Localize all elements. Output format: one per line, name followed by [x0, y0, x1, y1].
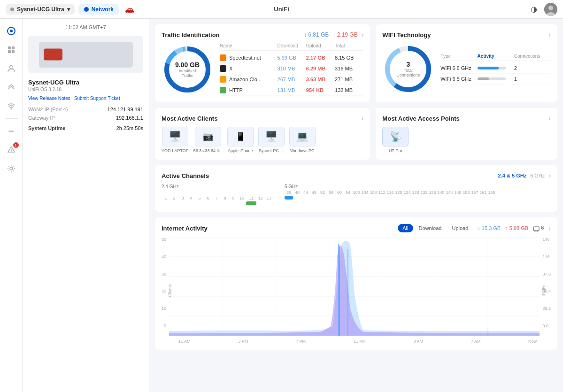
- freq-24-ticks: 1 2 3 4 5 6 7 8 9 10 11 12 13: [162, 196, 273, 200]
- svg-point-13: [11, 151, 12, 152]
- y-axis-right-label: Mbps: [541, 285, 546, 295]
- release-notes-link[interactable]: View Release Notes: [28, 96, 70, 101]
- wifi-card: WIFI Technology › 3 Total Connections: [376, 24, 557, 102]
- network-tab-dot: [84, 7, 89, 12]
- svg-rect-5: [8, 46, 11, 49]
- freq-24-section: 2.4 GHz 1 2 3 4 5 6 7 8 9 10: [162, 184, 273, 205]
- client-label: Windows PC: [290, 148, 315, 153]
- app-dot: [10, 8, 14, 11]
- col-name: Name: [220, 43, 278, 48]
- list-item[interactable]: 📱 Apple iPhone: [227, 127, 254, 153]
- wifi-arrow[interactable]: ›: [548, 31, 551, 38]
- client-label: Sysnet-PC-...: [259, 148, 284, 153]
- svg-point-1: [548, 6, 553, 10]
- client-icon-pc: 🖥️: [258, 127, 285, 146]
- client-icon-iphone: 📱: [227, 127, 254, 146]
- uptime-section: System Uptime 2h 25m 50s: [28, 125, 143, 133]
- channels-filter-6[interactable]: 6 GHz: [530, 173, 545, 178]
- freq-5-label: 5 GHz: [285, 184, 496, 189]
- list-item[interactable]: 💻 Windows PC: [289, 127, 316, 153]
- traffic-donut-value: 9.00 GB: [175, 61, 201, 69]
- traffic-arrow[interactable]: ›: [362, 31, 364, 38]
- uptime-label: System Uptime: [28, 125, 65, 131]
- x-label-11pm: 11 PM: [354, 339, 366, 344]
- page-title: UniFi: [274, 6, 289, 13]
- col-total: Total: [335, 43, 363, 48]
- activity-upload-stat: ↑ 5.98 GB: [505, 225, 528, 231]
- extra-tab-icon[interactable]: 🚗: [123, 3, 136, 16]
- activity-graph-container: 50 40 30 20 10 0: [162, 237, 551, 344]
- main-layout: 1 11:02 AM GMT+7 Sysnet-UCG Ultra UniFi …: [0, 19, 563, 392]
- sidebar-item-minus[interactable]: [3, 123, 20, 139]
- network-tab[interactable]: Network: [78, 4, 119, 15]
- freq-5-indicator: [285, 196, 496, 200]
- wan2-value: 124.121.99.191: [108, 107, 143, 112]
- wifi-table-row: WiFi 6 5 GHz 1: [440, 74, 551, 85]
- svg-rect-8: [12, 50, 15, 53]
- wifi-table: Type Activity Connections WiFi 6 6 GHz 2…: [440, 54, 551, 85]
- theme-toggle-icon[interactable]: ◑: [527, 3, 540, 16]
- svg-rect-11: [8, 131, 14, 132]
- network-tab-label: Network: [92, 6, 114, 13]
- x-label-7am: 7 AM: [471, 339, 481, 344]
- traffic-table-header: Name Download Upload Total: [220, 43, 363, 51]
- channels-filter-24-5[interactable]: 2.4 & 5 GHz: [498, 173, 527, 178]
- traffic-donut-wrap: 9.00 GB Identified Traffic Name Download…: [162, 43, 363, 96]
- list-item[interactable]: 🖥️ Sysnet-PC-...: [258, 127, 285, 153]
- wifi-title: WIFI Technology: [382, 31, 431, 38]
- channels-header: Active Channels 2.4 & 5 GHz 6 GHz ›: [162, 172, 551, 179]
- traffic-upload: ↑ 2.19 GB: [332, 31, 357, 38]
- sidebar: 1: [0, 19, 23, 392]
- client-icon-windows: 💻: [289, 127, 316, 146]
- sidebar-item-grid[interactable]: [3, 41, 20, 58]
- graph-full: 50 40 30 20 10 0: [162, 237, 551, 337]
- activity-header: Internet Activity All Download Upload ↓ …: [162, 224, 551, 232]
- traffic-card: Traffic Identification ↓ 6.81 GB ↑ 2.19 …: [155, 24, 370, 102]
- channels-filter: 2.4 & 5 GHz 6 GHz ›: [498, 172, 551, 179]
- filter-upload[interactable]: Upload: [447, 224, 473, 232]
- list-item[interactable]: 📷 56:3c:33:64:ff...: [193, 127, 223, 153]
- x-label-11am: 11 AM: [178, 339, 191, 344]
- filter-all[interactable]: All: [398, 224, 413, 232]
- content-area: Traffic Identification ↓ 6.81 GB ↑ 2.19 …: [149, 19, 563, 392]
- svg-rect-23: [533, 227, 539, 231]
- current-time: 11:02 AM GMT+7: [28, 24, 143, 30]
- sidebar-item-routing[interactable]: [3, 79, 20, 96]
- traffic-donut-sub: Identified Traffic: [175, 69, 201, 78]
- sidebar-item-wifi[interactable]: [3, 98, 20, 115]
- ap-card: Most Active Access Points › 📡 U7-Pro: [376, 108, 557, 160]
- client-icon-camera: 📷: [195, 127, 221, 146]
- client-icon-laptop: 🖥️: [162, 127, 188, 146]
- ap-arrow[interactable]: ›: [548, 115, 551, 122]
- table-row: X 310 MB 6.29 MB 316 MB: [220, 63, 363, 74]
- sidebar-item-alerts[interactable]: 1: [3, 141, 20, 158]
- sidebar-item-home[interactable]: [3, 23, 20, 39]
- list-item[interactable]: 🖥️ YOD-LAPTOP: [162, 127, 189, 153]
- channels-title: Active Channels: [162, 172, 209, 179]
- support-ticket-link[interactable]: Submit Support Ticket: [74, 96, 120, 101]
- activity-arrow[interactable]: ›: [548, 224, 551, 232]
- client-label: YOD-LAPTOP: [162, 148, 189, 153]
- activity-svg: [169, 237, 540, 336]
- app-selector[interactable]: Sysnet-UCG Ultra ▾: [6, 4, 75, 15]
- wan2-row: WAN2 IP (Port 4) 124.121.99.191: [28, 107, 143, 112]
- avatar[interactable]: [544, 3, 557, 16]
- wifi-connections-num: 3: [395, 61, 421, 68]
- list-item[interactable]: 📡 U7-Pro: [382, 127, 409, 153]
- filter-download[interactable]: Download: [414, 224, 447, 232]
- clients-arrow[interactable]: ›: [362, 115, 364, 122]
- svg-rect-6: [12, 46, 15, 49]
- sidebar-item-users[interactable]: [3, 60, 20, 77]
- wan2-label: WAN2 IP (Port 4): [28, 107, 68, 112]
- traffic-stats: ↓ 6.81 GB ↑ 2.19 GB ›: [304, 31, 363, 38]
- wifi-card-header: WIFI Technology ›: [382, 31, 551, 38]
- sidebar-item-settings[interactable]: [3, 160, 20, 177]
- client-label: Apple iPhone: [228, 148, 253, 153]
- activity-title: Internet Activity: [162, 225, 393, 232]
- x-label-3pm: 3 PM: [238, 339, 248, 344]
- activity-card: Internet Activity All Download Upload ↓ …: [155, 217, 557, 350]
- channels-arrow[interactable]: ›: [548, 172, 551, 179]
- ap-header: Most Active Access Points ›: [382, 115, 551, 122]
- uptime-row: System Uptime 2h 25m 50s: [28, 125, 143, 133]
- svg-rect-7: [8, 50, 11, 53]
